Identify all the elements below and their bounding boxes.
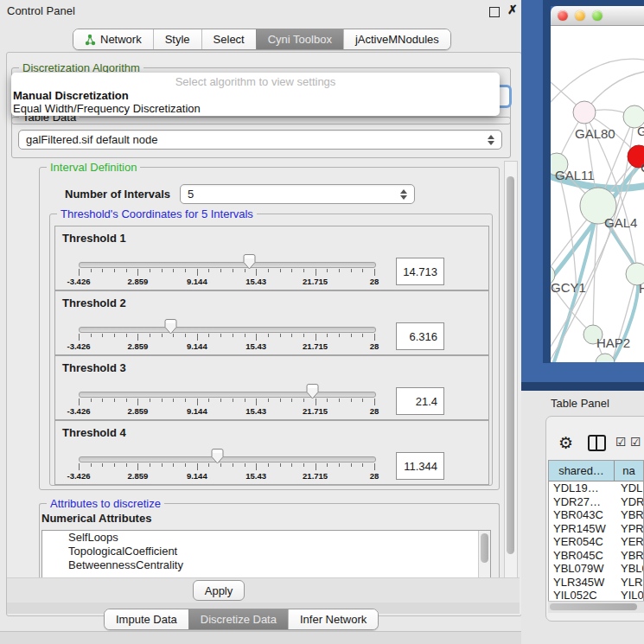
table-row[interactable]: YPR145WYPR1	[549, 522, 643, 536]
cell-name[interactable]: YER0	[615, 535, 643, 549]
checkbox-icon-1[interactable]: ☑	[615, 435, 627, 449]
cell-name[interactable]: YDR2	[615, 495, 643, 509]
cell-shared-name[interactable]: YBL079W	[549, 562, 615, 576]
threshold-value-box[interactable]: 11.344	[396, 452, 444, 480]
combo-arrows-icon	[488, 135, 494, 145]
cell-name[interactable]: YDL1	[615, 481, 643, 495]
float-window-icon[interactable]	[489, 7, 500, 17]
tick-mark	[268, 334, 269, 337]
cell-name[interactable]: YPR1	[615, 522, 643, 536]
tick-label: 2.859	[128, 277, 149, 286]
dropdown-option-equal-width-frequency[interactable]: Equal Width/Frequency Discretization	[11, 102, 500, 115]
slider-thumb[interactable]	[243, 254, 256, 270]
dropdown-option-manual-discretization[interactable]: Manual Discretization	[11, 89, 500, 102]
table-row[interactable]: YBR045CYBR0	[549, 549, 643, 563]
cell-shared-name[interactable]: YIL052C	[549, 589, 615, 601]
tick-label: 15.43	[245, 471, 266, 481]
attribute-list-item[interactable]: SelfLoops	[42, 531, 490, 545]
cell-shared-name[interactable]: YDR27…	[549, 495, 615, 509]
close-traffic-light-icon[interactable]	[558, 10, 568, 21]
cell-shared-name[interactable]: YPR145W	[549, 522, 615, 536]
close-icon[interactable]: ✗	[507, 3, 518, 16]
tab-select[interactable]: Select	[201, 29, 256, 49]
attribute-list-item[interactable]: BetweennessCentrality	[42, 558, 490, 572]
attribute-list-item[interactable]: TopologicalCoefficient	[42, 545, 490, 558]
cell-shared-name[interactable]: YDL19…	[549, 481, 615, 495]
cell-shared-name[interactable]: YBR043C	[549, 508, 615, 522]
checkbox-icon-2[interactable]: ☑	[630, 435, 641, 449]
tab-infer-network[interactable]: Infer Network	[288, 609, 378, 629]
panel-vertical-scrollbar[interactable]	[504, 161, 518, 579]
minimize-traffic-light-icon[interactable]	[575, 10, 585, 21]
tick-mark	[339, 269, 340, 272]
column-header-name[interactable]: na	[615, 461, 643, 481]
slider-track[interactable]	[79, 392, 376, 398]
table-row[interactable]: YBR043CYBR0	[549, 508, 643, 522]
cell-shared-name[interactable]: YBR045C	[549, 549, 615, 563]
tick-label: 28	[370, 471, 379, 481]
tab-cyni-toolbox[interactable]: Cyni Toolbox	[256, 29, 343, 49]
number-of-intervals-combo[interactable]: 5	[180, 184, 415, 204]
slider-thumb[interactable]	[211, 449, 224, 464]
table-row[interactable]: YIL052CYIL0	[549, 589, 643, 601]
threshold-value-box[interactable]: 21.4	[396, 387, 444, 415]
cell-shared-name[interactable]: YER054C	[549, 535, 615, 549]
network-node[interactable]	[596, 354, 615, 362]
tab-network[interactable]: Network	[73, 29, 153, 49]
table-row[interactable]: YLR345WYLR3	[549, 576, 643, 590]
cell-name[interactable]: YBL0	[615, 562, 643, 576]
tick-label: 9.144	[187, 471, 207, 481]
tick-mark	[280, 399, 281, 402]
threshold-value-box[interactable]: 14.713	[396, 258, 444, 285]
slider-track[interactable]	[79, 262, 376, 268]
apply-button[interactable]: Apply	[193, 580, 245, 601]
slider-thumb[interactable]	[164, 319, 177, 335]
table-row[interactable]: YDL19…YDL1	[549, 481, 643, 495]
tick-mark	[208, 463, 209, 467]
tick-mark	[316, 334, 316, 341]
cell-name[interactable]: YBR0	[615, 549, 643, 563]
tick-mark	[91, 463, 92, 467]
tick-mark	[303, 334, 304, 337]
cell-shared-name[interactable]: YLR345W	[549, 576, 615, 590]
slider-thumb[interactable]	[306, 384, 319, 399]
tick-mark	[291, 269, 292, 272]
zoom-traffic-light-icon[interactable]	[592, 10, 603, 21]
table-row[interactable]: YER054CYER0	[549, 535, 643, 549]
slider-track[interactable]	[79, 456, 376, 462]
cell-name[interactable]: YIL0	[615, 589, 643, 601]
threshold-value-box[interactable]: 6.316	[396, 322, 444, 350]
tab-discretize-data[interactable]: Discretize Data	[188, 609, 288, 629]
network-window-titlebar[interactable]	[551, 6, 644, 26]
tick-mark	[150, 269, 150, 272]
threshold-panel-4: Threshold 4 11.344 -3.4262.8599.14415.43…	[54, 420, 489, 485]
tick-label: 21.715	[303, 406, 328, 416]
tick-mark	[327, 269, 328, 272]
tick-mark	[291, 334, 292, 337]
table-horizontal-scrollbar[interactable]	[548, 601, 644, 613]
tick-mark	[208, 269, 209, 272]
cell-name[interactable]: YBR0	[615, 508, 643, 522]
column-layout-icon[interactable]	[588, 435, 606, 451]
tab-impute-data[interactable]: Impute Data	[105, 609, 188, 629]
tick-mark	[197, 269, 198, 276]
tick-mark	[79, 399, 80, 405]
tick-mark	[351, 463, 352, 467]
tick-label: 28	[370, 406, 379, 416]
tab-jactivemnodules[interactable]: jActiveMNodules	[343, 29, 450, 49]
tick-label: 15.43	[245, 277, 266, 286]
gear-icon[interactable]: ⚙	[558, 433, 573, 453]
node-label: GAL80	[575, 126, 615, 141]
tab-style[interactable]: Style	[153, 29, 201, 49]
table-data-combo[interactable]: galFiltered.sif default node	[18, 130, 502, 150]
network-canvas[interactable]: GAL80GACGAL11GAL4GCY1HAHAP2	[551, 26, 644, 362]
table-row[interactable]: YDR27…YDR2	[549, 495, 643, 509]
network-node[interactable]	[573, 101, 596, 124]
list-scrollbar[interactable]	[478, 531, 490, 578]
slider-track[interactable]	[79, 327, 376, 333]
column-header-shared-name[interactable]: shared…	[549, 461, 615, 481]
cell-name[interactable]: YLR3	[615, 576, 643, 590]
table-row[interactable]: YBL079WYBL0	[549, 562, 643, 576]
number-of-intervals-label: Number of Intervals	[65, 188, 170, 201]
numerical-attributes-list[interactable]: SelfLoopsTopologicalCoefficientBetweenne…	[41, 530, 491, 579]
